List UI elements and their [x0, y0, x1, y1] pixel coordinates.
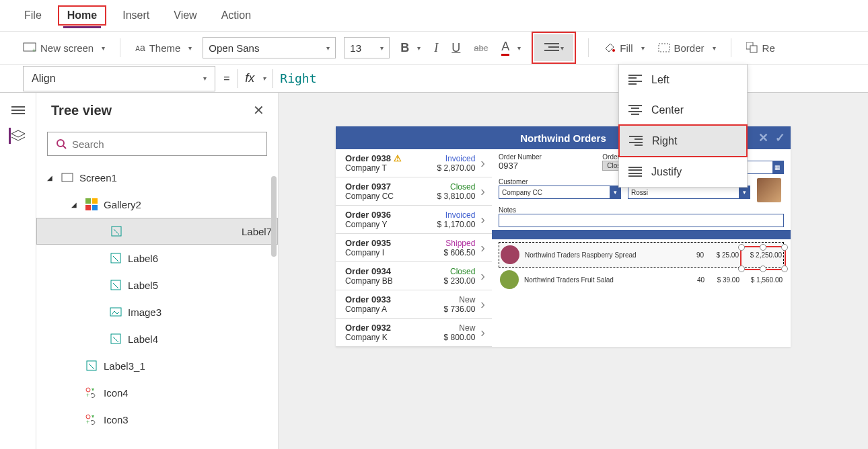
canvas[interactable]: Northwind Orders ✕ ✓ Order 0938 ⚠Company…: [279, 93, 868, 449]
order-item[interactable]: Order 0934Company BBClosed$ 230.00›: [336, 262, 492, 290]
svg-rect-6: [659, 44, 670, 52]
order-item[interactable]: Order 0936Company YInvoiced$ 1,170.00›: [336, 206, 492, 234]
align-center-item[interactable]: Center: [619, 95, 747, 125]
align-justify-item[interactable]: Justify: [619, 157, 747, 187]
chevron-right-icon: ›: [480, 212, 485, 227]
search-input[interactable]: [47, 132, 267, 156]
svg-point-12: [57, 140, 64, 147]
order-item[interactable]: Order 0937Company CCClosed$ 3,810.00›: [336, 177, 492, 206]
italic-button[interactable]: I: [431, 38, 441, 58]
line-item[interactable]: Northwind Traders Raspberry Spread90$ 25…: [499, 242, 784, 268]
menu-home[interactable]: Home: [63, 4, 101, 28]
tree-node-label4[interactable]: Label4: [36, 325, 278, 352]
tree-view-panel: Tree view ✕ ◢Screen1◢Gallery2Label7Label…: [36, 93, 279, 449]
border-button[interactable]: Border▾: [655, 40, 719, 56]
svg-rect-21: [111, 253, 120, 263]
font-color-button[interactable]: A▾: [499, 37, 523, 58]
svg-rect-28: [87, 361, 96, 370]
align-justify-icon: [628, 167, 642, 177]
align-icon: [544, 42, 559, 53]
label-icon: [109, 332, 122, 345]
font-size-select[interactable]: 13▾: [344, 37, 390, 58]
close-icon[interactable]: ✕: [758, 130, 768, 145]
svg-text:+: +: [86, 392, 89, 398]
align-left-item[interactable]: Left: [619, 65, 747, 95]
tree-node-label3_1[interactable]: Label3_1: [36, 352, 278, 379]
new-screen-button[interactable]: + New screen▾: [20, 40, 108, 56]
chevron-down-icon: ▾: [517, 44, 521, 52]
svg-text:+: +: [86, 419, 89, 425]
chevron-right-icon: ›: [480, 155, 485, 171]
tree-title: Tree view: [51, 103, 112, 118]
border-icon: [658, 43, 670, 52]
order-list: Order 0938 ⚠Company TInvoiced$ 2,870.00›…: [336, 149, 492, 347]
tree-node-icon3[interactable]: +Icon3: [36, 406, 278, 433]
check-icon[interactable]: ✓: [775, 130, 785, 145]
strikethrough-button[interactable]: abc: [471, 40, 491, 56]
calendar-icon: ▦: [772, 161, 783, 173]
menu-file[interactable]: File: [20, 4, 46, 27]
reorder-button[interactable]: Re: [744, 40, 778, 56]
tree-node-label7[interactable]: Label7: [36, 218, 278, 245]
order-item[interactable]: Order 0933Company ANew$ 736.00›: [336, 290, 492, 319]
layers-icon[interactable]: [9, 128, 25, 144]
svg-line-20: [114, 229, 119, 235]
chevron-down-icon: ▾: [102, 44, 105, 52]
svg-rect-18: [92, 205, 98, 210]
equals-icon: =: [215, 73, 238, 85]
theme-button[interactable]: Aa Theme▾: [133, 40, 194, 56]
theme-icon: Aa: [135, 42, 145, 54]
menu-action[interactable]: Action: [217, 4, 255, 27]
tree-node-label6[interactable]: Label6: [36, 245, 278, 272]
image-icon: [109, 305, 122, 319]
chevron-down-icon: ▾: [262, 75, 266, 82]
employee-avatar: [757, 178, 781, 202]
gallery-icon: [85, 198, 98, 211]
formula-input[interactable]: Right: [273, 71, 316, 85]
order-item[interactable]: Order 0932Company KNew$ 800.00›: [336, 319, 492, 347]
svg-rect-19: [112, 227, 121, 236]
hamburger-icon[interactable]: [10, 102, 26, 118]
close-icon[interactable]: ✕: [253, 102, 264, 118]
order-item[interactable]: Order 0935Company IShipped$ 606.50›: [336, 234, 492, 262]
property-select[interactable]: Align▾: [23, 66, 215, 91]
notes-input[interactable]: [499, 214, 784, 227]
tree-node-image3[interactable]: Image3: [36, 298, 278, 325]
fill-button[interactable]: Fill▾: [601, 39, 647, 56]
menu-view[interactable]: View: [170, 4, 201, 27]
underline-button[interactable]: U: [449, 38, 463, 58]
scrollbar[interactable]: [271, 176, 277, 257]
paint-bucket-icon: [604, 42, 616, 54]
svg-point-5: [612, 49, 615, 52]
svg-text:+: +: [32, 47, 36, 53]
expand-icon[interactable]: ◢: [71, 201, 79, 208]
menu-insert[interactable]: Insert: [118, 4, 153, 27]
align-center-icon: [628, 105, 642, 116]
selection-handles[interactable]: [740, 246, 786, 270]
employee-select[interactable]: Rossi▾: [628, 186, 750, 199]
tree-node-gallery2[interactable]: ◢Gallery2: [36, 191, 278, 218]
customer-select[interactable]: Company CC▾: [499, 186, 621, 199]
order-item[interactable]: Order 0938 ⚠Company TInvoiced$ 2,870.00›: [336, 149, 492, 177]
font-select[interactable]: Open Sans▾: [203, 37, 336, 58]
chevron-right-icon: ›: [480, 240, 485, 255]
bold-button[interactable]: B▾: [398, 38, 423, 58]
tree-node-icon4[interactable]: +Icon4: [36, 379, 278, 406]
screen-icon: [61, 171, 74, 184]
fx-button[interactable]: fx▾: [238, 71, 273, 85]
chevron-down-icon: ▾: [380, 44, 384, 52]
svg-line-13: [63, 146, 66, 149]
search-field[interactable]: [72, 138, 258, 150]
tree-node-label5[interactable]: Label5: [36, 272, 278, 298]
chevron-down-icon: ▾: [739, 186, 750, 198]
warning-icon: ⚠: [394, 153, 402, 163]
svg-line-22: [113, 256, 118, 261]
align-right-item[interactable]: Right: [620, 126, 746, 156]
expand-icon[interactable]: ◢: [47, 174, 55, 181]
svg-rect-14: [62, 173, 73, 181]
label-icon: [85, 359, 98, 372]
align-button[interactable]: ▾: [534, 34, 573, 61]
tree-node-screen1[interactable]: ◢Screen1: [36, 164, 278, 191]
chevron-right-icon: ›: [480, 268, 485, 284]
svg-line-27: [113, 337, 118, 342]
